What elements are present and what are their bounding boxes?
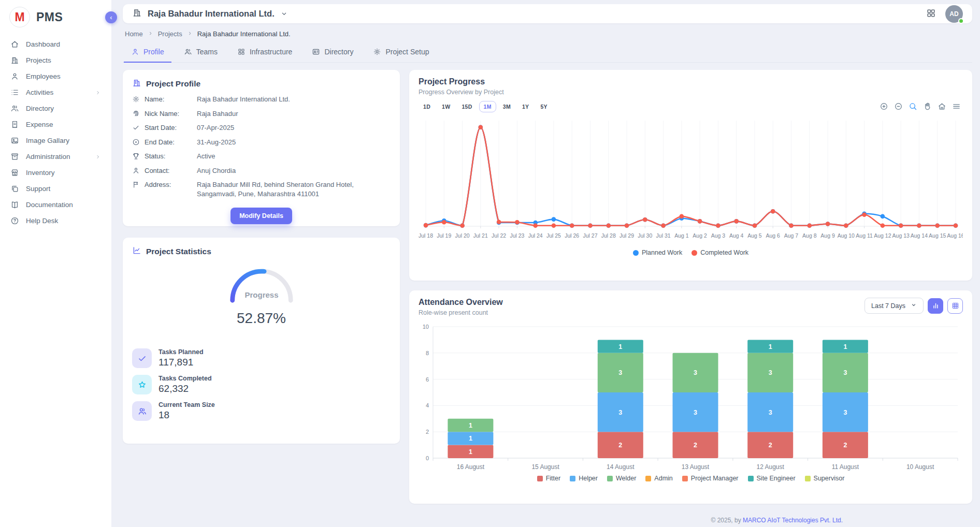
toolbar-zoom-out-button[interactable] — [894, 102, 903, 113]
legend-project-manager[interactable]: Project Manager — [682, 475, 739, 482]
toolbar-zoom-in-button[interactable] — [880, 102, 888, 113]
attendance-overview-card: Attendance Overview Role-wise present co… — [409, 290, 972, 504]
sidebar-item-image-gallary[interactable]: Image Gallary — [0, 133, 111, 148]
check-icon — [137, 354, 147, 363]
bar-view-toggle[interactable] — [928, 298, 943, 314]
sidebar-item-employees[interactable]: Employees — [0, 69, 111, 84]
legend-planned-work[interactable]: Planned Work — [633, 249, 682, 256]
table-view-toggle[interactable] — [947, 298, 963, 314]
online-status-dot — [958, 18, 964, 24]
svg-text:10 August: 10 August — [906, 463, 934, 471]
tab-directory[interactable]: Directory — [305, 42, 361, 63]
tab-profile[interactable]: Profile — [124, 42, 171, 63]
apps-grid-button[interactable] — [926, 8, 936, 20]
legend-marker — [805, 476, 811, 481]
svg-text:Aug 8: Aug 8 — [802, 232, 817, 239]
help-icon — [10, 216, 19, 225]
legend-welder[interactable]: Welder — [607, 475, 636, 482]
users-icon — [132, 401, 152, 421]
sidebar-item-support[interactable]: Support — [0, 181, 111, 196]
range-button-1y[interactable]: 1Y — [517, 101, 534, 112]
modify-details-button[interactable]: Modify Details — [230, 208, 292, 224]
check-icon — [132, 124, 140, 131]
breadcrumb-projects[interactable]: Projects — [158, 30, 182, 38]
range-button-15d[interactable]: 15D — [457, 101, 477, 112]
field-value: Raja Bahadur International Ltd. — [197, 95, 391, 104]
svg-text:Aug 1: Aug 1 — [674, 232, 689, 239]
copy-icon — [10, 184, 19, 193]
sidebar-item-inventory[interactable]: Inventory — [0, 165, 111, 180]
project-selector[interactable]: Raja Bahadur International Ltd. — [132, 8, 288, 20]
legend-helper[interactable]: Helper — [570, 475, 598, 482]
toolbar-home-solid-button[interactable] — [938, 102, 946, 113]
profile-field-start-date: Start Date:07-Apr-2025 — [132, 123, 391, 133]
svg-text:Aug 6: Aug 6 — [766, 232, 780, 239]
sidebar-item-expense[interactable]: Expense — [0, 117, 111, 132]
project-progress-title: Project Progress — [419, 77, 963, 86]
tab-teams[interactable]: Teams — [177, 42, 225, 63]
breadcrumb-home[interactable]: Home — [125, 30, 143, 38]
svg-text:1: 1 — [469, 422, 472, 429]
project-profile-fields: Name:Raja Bahadur International Ltd.Nick… — [132, 95, 391, 198]
field-label: Start Date: — [145, 123, 192, 133]
sidebar-item-administration[interactable]: Administration — [0, 149, 111, 164]
svg-text:6: 6 — [426, 376, 429, 383]
legend-admin[interactable]: Admin — [645, 475, 672, 482]
legend-completed-work[interactable]: Completed Work — [691, 249, 748, 256]
chevron-down-icon — [911, 302, 917, 310]
sidebar-item-help-desk[interactable]: Help Desk — [0, 213, 111, 228]
legend-marker — [748, 476, 754, 481]
sidebar-item-label: Documentation — [26, 201, 73, 209]
building-icon — [132, 8, 142, 18]
toolbar-hand-button[interactable] — [923, 102, 932, 113]
user-avatar[interactable]: AD — [945, 5, 963, 23]
range-button-1d[interactable]: 1D — [419, 101, 435, 112]
bar-chart-legend: FitterHelperWelderAdminProject ManagerSi… — [419, 475, 963, 482]
sidebar-item-directory[interactable]: Directory — [0, 101, 111, 116]
toolbar-magnifier-button[interactable] — [909, 102, 917, 113]
sidebar-item-label: Administration — [26, 153, 70, 160]
svg-text:Jul 27: Jul 27 — [583, 232, 597, 239]
person-icon — [10, 72, 19, 81]
star-icon — [132, 375, 152, 394]
range-button-1w[interactable]: 1W — [437, 101, 455, 112]
left-column: Project Profile Name:Raja Bahadur Intern… — [123, 70, 400, 444]
app-logo[interactable]: M PMS — [0, 0, 111, 36]
company-name: Raja Bahadur International Ltd. — [148, 9, 275, 19]
svg-text:Jul 26: Jul 26 — [565, 232, 579, 239]
field-label: Nick Name: — [145, 109, 192, 119]
sidebar-collapse-button[interactable]: ‹ — [105, 11, 117, 23]
stats-list: Tasks Planned117,891Tasks Completed62,33… — [132, 348, 391, 421]
toolbar-menu-button[interactable] — [952, 102, 961, 113]
attendance-bar-chart[interactable]: 024681011116 August15 August233114 Augus… — [419, 323, 963, 474]
legend-label: Supervisor — [814, 475, 845, 482]
tab-project-setup[interactable]: Project Setup — [366, 42, 436, 63]
legend-site-engineer[interactable]: Site Engineer — [748, 475, 796, 482]
range-button-3m[interactable]: 3M — [498, 101, 515, 112]
svg-text:15 August: 15 August — [531, 463, 559, 471]
chev-right-icon — [187, 31, 193, 36]
attendance-range-select[interactable]: Last 7 Days — [864, 298, 924, 314]
fingerprint-icon — [132, 110, 140, 118]
field-label: Name: — [145, 95, 192, 104]
range-button-1m[interactable]: 1M — [479, 101, 496, 112]
chart-line-icon — [132, 246, 141, 255]
footer-company-link[interactable]: MARCO AIoT Technologies Pvt. Ltd. — [743, 517, 843, 524]
legend-fitter[interactable]: Fitter — [537, 475, 560, 482]
svg-text:Aug 9: Aug 9 — [820, 232, 835, 239]
svg-text:3: 3 — [618, 369, 622, 376]
legend-marker — [645, 476, 651, 481]
chevron-down-icon — [280, 10, 288, 18]
progress-line-chart[interactable]: Jul 18Jul 19Jul 20Jul 21Jul 22Jul 23Jul … — [419, 114, 963, 248]
people-icon — [184, 48, 192, 56]
tab-infrastructure[interactable]: Infrastructure — [230, 42, 299, 63]
sidebar-item-dashboard[interactable]: Dashboard — [0, 37, 111, 52]
sidebar-item-projects[interactable]: Projects — [0, 53, 111, 68]
range-button-5y[interactable]: 5Y — [536, 101, 552, 112]
chev-down-icon — [911, 302, 917, 308]
legend-supervisor[interactable]: Supervisor — [805, 475, 845, 482]
legend-label: Planned Work — [642, 249, 682, 256]
grid9-icon — [952, 302, 959, 310]
sidebar-item-documentation[interactable]: Documentation — [0, 197, 111, 212]
sidebar-item-activities[interactable]: Activities — [0, 85, 111, 100]
